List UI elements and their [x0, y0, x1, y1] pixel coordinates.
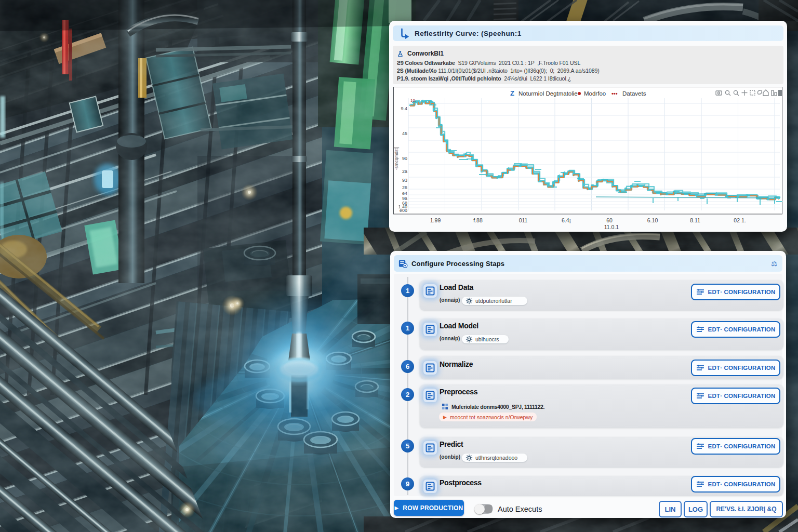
svg-text:9.4: 9.4 [401, 106, 407, 111]
svg-text:02 1.: 02 1. [734, 217, 746, 223]
svg-text:6.4¡: 6.4¡ [562, 217, 571, 223]
svg-text:•••: ••• [611, 90, 618, 97]
svg-text:9o: 9o [402, 156, 407, 161]
svg-text:6.10: 6.10 [647, 217, 658, 223]
svg-text:10.: 10. [410, 98, 416, 103]
svg-text:8.11: 8.11 [690, 217, 700, 223]
svg-text:011: 011 [519, 217, 528, 223]
svg-text:26: 26 [402, 185, 407, 190]
svg-text:-smcqmdst]: -smcqmdst] [394, 147, 399, 170]
svg-text:Noturmiol Degtmatolie: Noturmiol Degtmatolie [518, 90, 578, 97]
svg-text:45: 45 [402, 131, 407, 136]
svg-text:Z: Z [510, 89, 514, 97]
svg-text:1.99: 1.99 [430, 217, 441, 223]
svg-text:e0o: e0o [400, 208, 407, 213]
svg-text:60: 60 [606, 217, 613, 223]
svg-text:Datavets: Datavets [622, 90, 646, 97]
svg-text:11.0.1: 11.0.1 [604, 224, 619, 230]
svg-text:93: 93 [402, 178, 407, 183]
svg-text:f.88: f.88 [473, 217, 483, 223]
svg-text:2a: 2a [402, 169, 407, 174]
svg-text:e4: e4 [402, 191, 407, 196]
svg-text:Modrfoo: Modrfoo [584, 90, 606, 97]
